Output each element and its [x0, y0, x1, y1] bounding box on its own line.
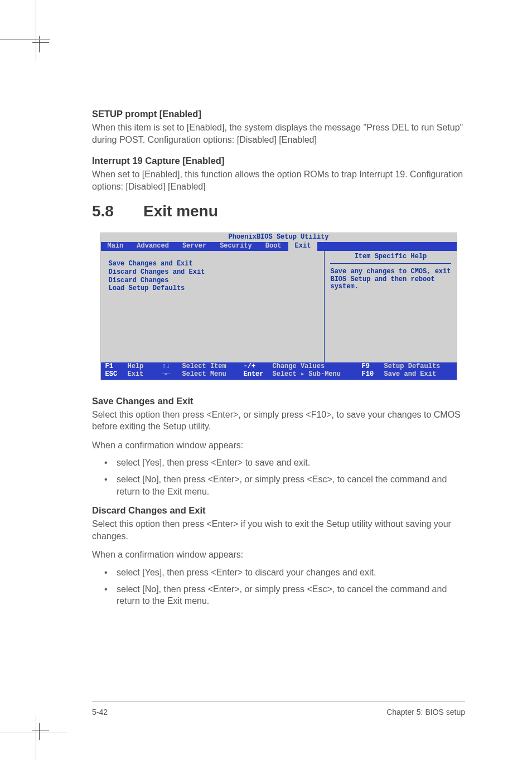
bios-title: PhoenixBIOS Setup Utility — [101, 233, 457, 242]
heading-save-changes: Save Changes and Exit — [92, 396, 465, 406]
section-title: Exit menu — [143, 202, 218, 220]
body-save-changes-2: When a confirmation window appears: — [92, 439, 465, 452]
bios-key: ↑↓ — [162, 363, 182, 371]
document-page: SETUP prompt [Enabled] When this item is… — [0, 0, 532, 760]
list-item: select [No], then press <Enter>, or simp… — [104, 583, 465, 607]
section-heading-exit-menu: 5.8Exit menu — [92, 202, 465, 220]
body-int19: When set to [Enabled], this function all… — [92, 168, 465, 192]
bios-key: F9 — [362, 363, 384, 371]
bios-tab-boot: Boot — [259, 242, 288, 251]
chapter-label: Chapter 5: BIOS setup — [386, 708, 465, 717]
bios-body: Save Changes and Exit Discard Changes an… — [101, 251, 457, 362]
bios-tab-bar: Main Advanced Server Security Boot Exit — [101, 242, 457, 251]
heading-discard-changes: Discard Changes and Exit — [92, 505, 465, 516]
bios-tab-advanced: Advanced — [130, 242, 176, 251]
bios-footer: F1 Help ↑↓ Select Item -/+ Change Values… — [101, 362, 457, 380]
bios-help-body: Save any changes to CMOS, exit BIOS Setu… — [330, 268, 451, 291]
bios-help-panel: Item Specific Help Save any changes to C… — [325, 251, 456, 362]
bios-label: Select Menu — [182, 371, 244, 379]
bios-menu-item: Discard Changes and Exit — [109, 269, 317, 277]
bios-key: Enter — [244, 371, 273, 379]
body-discard-changes-2: When a confirmation window appears: — [92, 549, 465, 561]
bios-key: F1 — [105, 363, 128, 371]
bios-tab-exit: Exit — [288, 242, 318, 251]
body-setup-prompt: When this item is set to [Enabled], the … — [92, 122, 465, 146]
bios-label: Help — [128, 363, 162, 371]
bios-footer-row: ESC Exit →← Select Menu Enter Select ▸ S… — [105, 371, 452, 379]
list-item: select [Yes], then press <Enter> to save… — [104, 457, 465, 469]
bios-label: Setup Defaults — [384, 363, 452, 371]
list-item: select [No], then press <Enter>, or simp… — [104, 473, 465, 497]
bios-key: -/+ — [244, 363, 273, 371]
bios-menu-item: Load Setup Defaults — [109, 285, 317, 293]
bios-label: Change Values — [273, 363, 362, 371]
bios-tab-server: Server — [176, 242, 213, 251]
bios-tab-security: Security — [213, 242, 259, 251]
bios-menu-list: Save Changes and Exit Discard Changes an… — [101, 251, 325, 362]
bios-menu-item: Save Changes and Exit — [109, 260, 317, 268]
list-discard-changes: select [Yes], then press <Enter> to disc… — [92, 567, 465, 607]
bios-key: →← — [162, 371, 182, 379]
bios-label: Select Item — [182, 363, 244, 371]
bios-label: Save and Exit — [384, 371, 452, 379]
list-save-changes: select [Yes], then press <Enter> to save… — [92, 457, 465, 497]
bios-key: F10 — [362, 371, 384, 379]
heading-int19: Interrupt 19 Capture [Enabled] — [92, 156, 465, 166]
bios-label: Exit — [128, 371, 162, 379]
body-save-changes-1: Select this option then press <Enter>, o… — [92, 409, 465, 433]
bios-key: ESC — [105, 371, 128, 379]
bios-label: Select ▸ Sub-Menu — [273, 371, 362, 379]
page-number: 5-42 — [92, 708, 108, 717]
bios-menu-item: Discard Changes — [109, 277, 317, 285]
list-item: select [Yes], then press <Enter> to disc… — [104, 567, 465, 579]
bios-help-title: Item Specific Help — [330, 253, 451, 264]
bios-screenshot: PhoenixBIOS Setup Utility Main Advanced … — [100, 233, 457, 380]
heading-setup-prompt: SETUP prompt [Enabled] — [92, 109, 465, 119]
section-number: 5.8 — [92, 202, 143, 220]
bios-footer-row: F1 Help ↑↓ Select Item -/+ Change Values… — [105, 363, 452, 371]
body-discard-changes-1: Select this option then press <Enter> if… — [92, 518, 465, 542]
bios-tab-main: Main — [101, 242, 130, 251]
page-footer: 5-42 Chapter 5: BIOS setup — [92, 701, 465, 717]
